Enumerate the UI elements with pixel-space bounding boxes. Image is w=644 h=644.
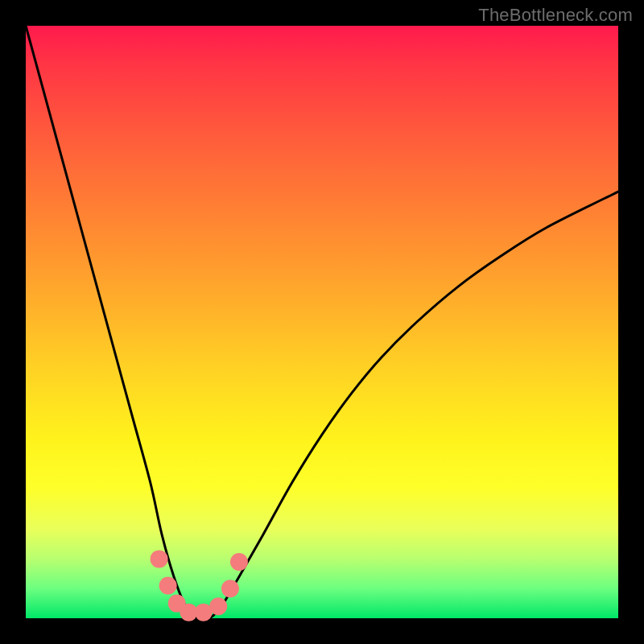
curve-markers bbox=[151, 550, 248, 621]
curve-svg bbox=[26, 26, 618, 618]
watermark-text: TheBottleneck.com bbox=[478, 5, 633, 26]
curve-marker bbox=[221, 580, 239, 597]
curve-marker bbox=[151, 550, 168, 568]
plot-area bbox=[26, 26, 618, 618]
chart-frame: TheBottleneck.com bbox=[0, 0, 644, 644]
bottleneck-curve bbox=[26, 26, 618, 620]
curve-marker bbox=[209, 597, 227, 615]
curve-marker bbox=[159, 577, 177, 595]
curve-marker bbox=[230, 553, 248, 571]
